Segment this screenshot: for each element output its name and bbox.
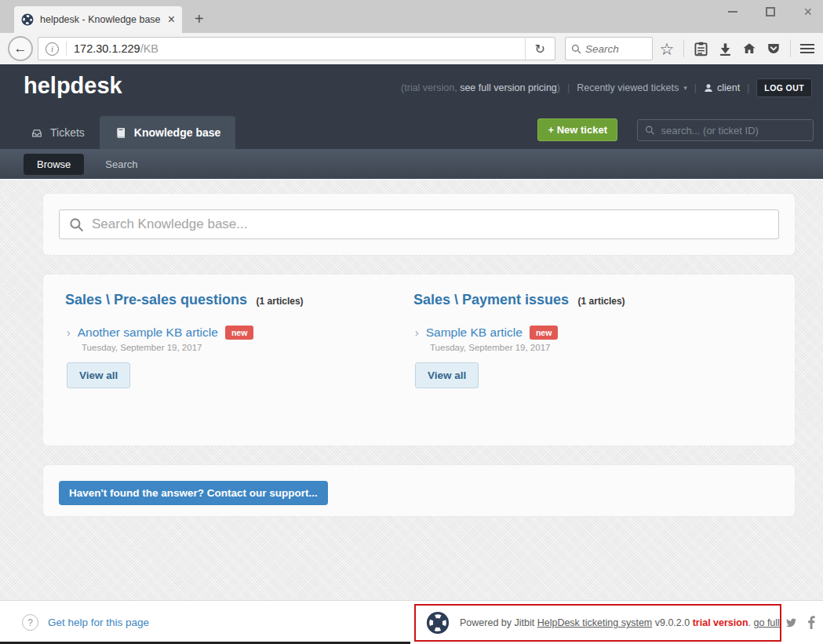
meta-separator: |	[567, 82, 570, 93]
url-divider	[66, 42, 67, 56]
chevron-right-icon: ›	[415, 326, 419, 339]
page-content: Sales \ Pre-sales questions (1 articles)…	[0, 179, 823, 600]
window-maximize-icon[interactable]	[766, 7, 775, 16]
contact-support-button[interactable]: Haven't found the answer? Contact our su…	[59, 481, 328, 505]
trial-version-note: (trial version, see full version pricing…	[401, 82, 560, 93]
powered-by-text: Powered by Jitbit HelpDesk ticketing sys…	[460, 617, 780, 628]
search-icon	[571, 44, 581, 54]
tab-knowledge-base[interactable]: Knowledge base	[100, 116, 235, 149]
contact-support-card: Haven't found the answer? Contact our su…	[43, 465, 795, 516]
ticket-search-input[interactable]	[661, 125, 806, 136]
trial-version-label: trial version	[693, 617, 748, 628]
article-date: Tuesday, September 19, 2017	[82, 343, 413, 352]
category-heading: Sales \ Pre-sales questions (1 articles)	[65, 292, 413, 308]
category-article-count: (1 articles)	[578, 296, 625, 307]
go-full-link[interactable]: go full	[754, 617, 780, 628]
url-host: 172.30.1.229	[74, 42, 140, 55]
username: client	[717, 82, 740, 93]
inbox-icon	[31, 127, 43, 139]
kb-category: Sales \ Payment issues (1 articles) › Sa…	[413, 292, 762, 428]
browser-tab[interactable]: helpdesk - Knowledge base ×	[14, 6, 182, 33]
window-minimize-icon[interactable]	[728, 11, 737, 13]
toolbar-divider	[790, 40, 791, 57]
chevron-down-icon: ▾	[683, 84, 687, 92]
view-all-button[interactable]: View all	[415, 362, 479, 388]
browser-tab-title: helpdesk - Knowledge base	[40, 14, 162, 25]
social-links	[785, 616, 815, 629]
pocket-icon[interactable]	[766, 40, 781, 57]
view-all-button[interactable]: View all	[67, 362, 130, 388]
article-link[interactable]: Another sample KB article	[78, 326, 218, 340]
kb-subnav: Browse Search	[0, 149, 823, 179]
reload-button[interactable]: ↻	[525, 38, 555, 60]
new-badge: new	[225, 326, 253, 340]
header-meta: (trial version, see full version pricing…	[401, 78, 812, 97]
category-article-count: (1 articles)	[257, 296, 304, 307]
browser-titlebar: helpdesk - Knowledge base × + ×	[0, 0, 823, 33]
book-icon	[115, 127, 127, 139]
window-controls: ×	[728, 2, 812, 22]
kb-search-card	[43, 194, 795, 255]
category-heading: Sales \ Payment issues (1 articles)	[413, 292, 762, 308]
bookmark-star-icon[interactable]: ☆	[659, 40, 675, 57]
category-title-link[interactable]: Sales \ Payment issues	[413, 292, 569, 307]
new-tab-button[interactable]: +	[195, 11, 204, 27]
home-icon[interactable]	[741, 40, 757, 57]
powered-by-highlight: Powered by Jitbit HelpDesk ticketing sys…	[414, 604, 781, 642]
browser-toolbar: ← i 172.30.1.229/KB ↻ ☆	[0, 33, 823, 64]
chevron-right-icon: ›	[67, 326, 71, 339]
app-logo[interactable]: helpdesk	[24, 73, 122, 99]
recently-viewed-dropdown[interactable]: Recently viewed tickets▾	[577, 82, 686, 93]
help-question-icon: ?	[22, 614, 38, 631]
helpdesk-system-link[interactable]: HelpDesk ticketing system	[537, 617, 653, 628]
jitbit-favicon-icon	[21, 13, 34, 26]
app-header: helpdesk (trial version, see full versio…	[0, 64, 823, 149]
user-menu[interactable]: client	[704, 82, 740, 93]
url-bar[interactable]: i 172.30.1.229/KB ↻	[38, 37, 555, 60]
url-text[interactable]: 172.30.1.229/KB	[74, 42, 525, 55]
subnav-browse[interactable]: Browse	[24, 154, 84, 175]
bookmarks-menu-icon[interactable]	[693, 40, 708, 57]
tab-knowledge-base-label: Knowledge base	[134, 126, 220, 139]
facebook-icon[interactable]	[807, 616, 815, 629]
kb-search-input[interactable]	[92, 216, 769, 232]
kb-search-field[interactable]	[59, 209, 779, 239]
twitter-icon[interactable]	[785, 617, 798, 628]
url-path: /KB	[140, 42, 158, 55]
browser-search-field[interactable]	[565, 37, 653, 60]
get-help-link[interactable]: Get help for this page	[48, 617, 149, 628]
new-ticket-button[interactable]: + New ticket	[537, 118, 617, 141]
jitbit-logo-icon	[426, 611, 450, 635]
article-date: Tuesday, September 19, 2017	[430, 343, 762, 352]
new-badge: new	[530, 326, 558, 340]
menu-hamburger-icon[interactable]	[799, 40, 815, 57]
page-footer: ? Get help for this page Powered by Jitb…	[0, 600, 823, 644]
category-title-link[interactable]: Sales \ Pre-sales questions	[65, 292, 247, 307]
logout-button[interactable]: LOG OUT	[756, 78, 812, 97]
toolbar-divider	[683, 40, 684, 57]
tab-close-icon[interactable]: ×	[168, 13, 175, 26]
window-close-icon[interactable]: ×	[803, 5, 812, 19]
search-icon	[645, 125, 655, 136]
toolbar-icons: ☆	[659, 40, 815, 57]
full-version-pricing-link[interactable]: see full version pricing	[460, 82, 557, 93]
search-icon	[69, 217, 84, 232]
article-link[interactable]: Sample KB article	[426, 326, 523, 340]
article-row: › Sample KB article new	[413, 326, 762, 340]
downloads-icon[interactable]	[717, 40, 733, 57]
meta-separator: |	[694, 82, 697, 93]
user-icon	[704, 83, 713, 93]
main-tabs: Tickets Knowledge base	[16, 116, 235, 149]
help-group: ? Get help for this page	[22, 614, 149, 631]
kb-category: Sales \ Pre-sales questions (1 articles)…	[65, 292, 413, 428]
tab-tickets[interactable]: Tickets	[16, 116, 100, 149]
article-row: › Another sample KB article new	[65, 326, 413, 340]
site-info-icon[interactable]: i	[46, 42, 59, 56]
kb-categories-card: Sales \ Pre-sales questions (1 articles)…	[43, 275, 795, 446]
browser-search-input[interactable]	[585, 43, 639, 55]
back-button[interactable]: ←	[8, 36, 33, 61]
subnav-search[interactable]: Search	[105, 158, 137, 170]
ticket-search-field[interactable]	[637, 119, 814, 141]
meta-separator: |	[747, 82, 749, 93]
tab-tickets-label: Tickets	[50, 126, 85, 139]
